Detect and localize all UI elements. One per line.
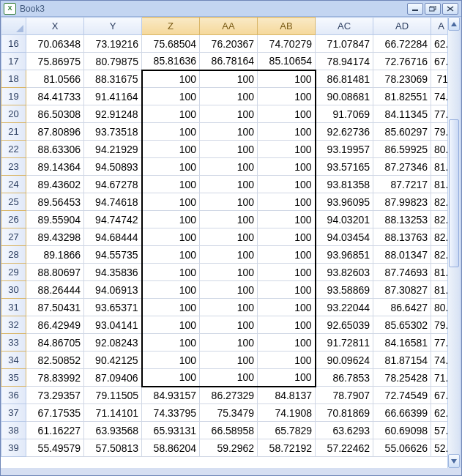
cell-AA36[interactable]: 86.27329 <box>200 387 258 404</box>
row-header-29[interactable]: 29 <box>1 264 26 281</box>
cell-AC36[interactable]: 78.7907 <box>316 387 373 404</box>
cell-X38[interactable]: 61.16227 <box>26 422 84 439</box>
cell-X20[interactable]: 86.50308 <box>26 105 84 123</box>
cell-AD19[interactable]: 81.82551 <box>373 88 431 105</box>
cell-AA31[interactable]: 100 <box>200 299 258 316</box>
cell-X34[interactable]: 82.50852 <box>26 352 84 369</box>
cell-X19[interactable]: 84.41733 <box>26 88 84 105</box>
cell-AC29[interactable]: 93.82603 <box>316 264 373 281</box>
cell-AC38[interactable]: 63.6293 <box>316 422 373 439</box>
cell-X17[interactable]: 75.86975 <box>26 53 84 70</box>
cell-X22[interactable]: 88.63306 <box>26 141 84 158</box>
col-header-AC[interactable]: AC <box>316 18 373 35</box>
cell-A16[interactable]: 62. <box>431 35 449 53</box>
cell-AA22[interactable]: 100 <box>200 141 258 158</box>
cell-X26[interactable]: 89.55904 <box>26 211 84 228</box>
cell-Z17[interactable]: 85.81636 <box>142 53 200 70</box>
restore-button[interactable] <box>425 3 441 15</box>
cell-Y38[interactable]: 63.93568 <box>84 422 142 439</box>
cell-X28[interactable]: 89.1866 <box>26 246 84 264</box>
cell-AA23[interactable]: 100 <box>200 158 258 176</box>
cell-AB23[interactable]: 100 <box>258 158 316 176</box>
cell-AA33[interactable]: 100 <box>200 334 258 352</box>
cell-Z34[interactable]: 100 <box>142 352 200 369</box>
row-header-27[interactable]: 27 <box>1 228 26 246</box>
cell-AB31[interactable]: 100 <box>258 299 316 316</box>
cell-Y16[interactable]: 73.19216 <box>84 35 142 53</box>
cell-Z37[interactable]: 74.33795 <box>142 404 200 422</box>
cell-AC39[interactable]: 57.22462 <box>316 439 373 457</box>
cell-AD38[interactable]: 60.69098 <box>373 422 431 439</box>
cell-Z18[interactable]: 100 <box>142 70 200 88</box>
cell-AD34[interactable]: 81.87154 <box>373 352 431 369</box>
cell-AD33[interactable]: 84.16581 <box>373 334 431 352</box>
cell-AB22[interactable]: 100 <box>258 141 316 158</box>
cell-AB32[interactable]: 100 <box>258 316 316 334</box>
cell-X16[interactable]: 70.06348 <box>26 35 84 53</box>
row-header-38[interactable]: 38 <box>1 422 26 439</box>
cell-AA37[interactable]: 75.3479 <box>200 404 258 422</box>
col-header-AA[interactable]: AA <box>200 18 258 35</box>
cell-AC32[interactable]: 92.65039 <box>316 316 373 334</box>
cell-Z29[interactable]: 100 <box>142 264 200 281</box>
scroll-down-button[interactable] <box>448 454 460 468</box>
cell-Y26[interactable]: 94.74742 <box>84 211 142 228</box>
row-header-17[interactable]: 17 <box>1 53 26 70</box>
cell-Y35[interactable]: 87.09406 <box>84 369 142 387</box>
cell-AC18[interactable]: 86.81481 <box>316 70 373 88</box>
cell-AD16[interactable]: 66.72284 <box>373 35 431 53</box>
cell-AA27[interactable]: 100 <box>200 228 258 246</box>
cell-AD39[interactable]: 55.06626 <box>373 439 431 457</box>
row-header-28[interactable]: 28 <box>1 246 26 264</box>
cell-AD24[interactable]: 87.7217 <box>373 176 431 193</box>
cell-Z21[interactable]: 100 <box>142 123 200 141</box>
cell-X29[interactable]: 88.80697 <box>26 264 84 281</box>
row-header-33[interactable]: 33 <box>1 334 26 352</box>
cell-X31[interactable]: 87.50431 <box>26 299 84 316</box>
cell-AB24[interactable]: 100 <box>258 176 316 193</box>
cell-Y37[interactable]: 71.14101 <box>84 404 142 422</box>
cell-X23[interactable]: 89.14364 <box>26 158 84 176</box>
cell-A24[interactable]: 81. <box>431 176 449 193</box>
cell-Z30[interactable]: 100 <box>142 281 200 299</box>
cell-AB26[interactable]: 100 <box>258 211 316 228</box>
cell-Y20[interactable]: 92.91248 <box>84 105 142 123</box>
cell-Y21[interactable]: 93.73518 <box>84 123 142 141</box>
cell-AB33[interactable]: 100 <box>258 334 316 352</box>
cell-AD18[interactable]: 78.23069 <box>373 70 431 88</box>
cell-AC33[interactable]: 91.72811 <box>316 334 373 352</box>
cell-X24[interactable]: 89.43602 <box>26 176 84 193</box>
col-header-A[interactable]: A <box>431 18 449 35</box>
cell-AB27[interactable]: 100 <box>258 228 316 246</box>
cell-Y18[interactable]: 88.31675 <box>84 70 142 88</box>
cell-A25[interactable]: 82. <box>431 193 449 211</box>
cell-AC35[interactable]: 86.7853 <box>316 369 373 387</box>
cell-Y36[interactable]: 79.11505 <box>84 387 142 404</box>
cell-AC17[interactable]: 78.94174 <box>316 53 373 70</box>
cell-AB17[interactable]: 85.10654 <box>258 53 316 70</box>
row-header-25[interactable]: 25 <box>1 193 26 211</box>
cell-A35[interactable]: 71. <box>431 369 449 387</box>
cell-A18[interactable]: 71 <box>431 70 449 88</box>
scroll-thumb[interactable] <box>449 119 459 267</box>
cell-AB29[interactable]: 100 <box>258 264 316 281</box>
cell-Z33[interactable]: 100 <box>142 334 200 352</box>
cell-AB35[interactable]: 100 <box>258 369 316 387</box>
cell-AB25[interactable]: 100 <box>258 193 316 211</box>
cell-Y30[interactable]: 94.06913 <box>84 281 142 299</box>
cell-AD29[interactable]: 87.74693 <box>373 264 431 281</box>
cell-AA35[interactable]: 100 <box>200 369 258 387</box>
cell-A26[interactable]: 82. <box>431 211 449 228</box>
cell-AD32[interactable]: 85.65302 <box>373 316 431 334</box>
cell-X36[interactable]: 73.29357 <box>26 387 84 404</box>
cell-AC27[interactable]: 94.03454 <box>316 228 373 246</box>
cell-AD22[interactable]: 86.59925 <box>373 141 431 158</box>
cell-AB19[interactable]: 100 <box>258 88 316 105</box>
cell-AC24[interactable]: 93.81358 <box>316 176 373 193</box>
cell-AD31[interactable]: 86.6427 <box>373 299 431 316</box>
cell-X35[interactable]: 78.83992 <box>26 369 84 387</box>
cell-Z36[interactable]: 84.93157 <box>142 387 200 404</box>
cell-AA28[interactable]: 100 <box>200 246 258 264</box>
cell-A34[interactable]: 74. <box>431 352 449 369</box>
cell-Z35[interactable]: 100 <box>142 369 200 387</box>
